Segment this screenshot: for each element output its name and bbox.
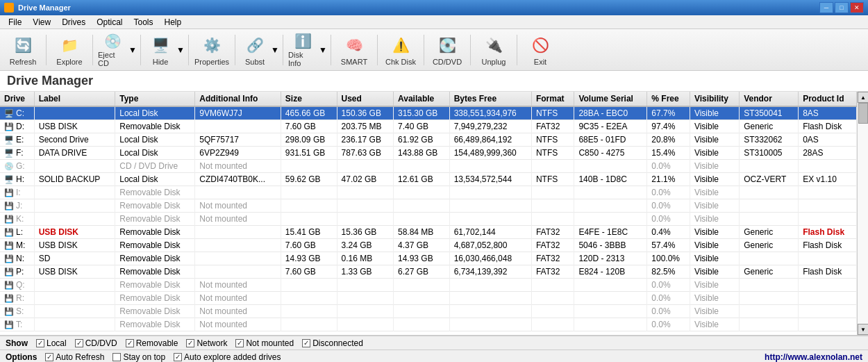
drive-icon: 🖥️ [4, 175, 14, 183]
table-row[interactable]: 💾K:Removable DiskNot mounted0.0%Visible [0, 213, 857, 226]
table-row[interactable]: 🖥️H:SOLID BACKUPLocal DiskCZDI4740TB0K..… [0, 173, 857, 186]
col-header-label[interactable]: Label [34, 92, 115, 106]
table-row[interactable]: 💾L:USB DISKRemovable Disk15.41 GB15.36 G… [0, 226, 857, 239]
unplug-button[interactable]: 🔌Unplug [474, 31, 514, 69]
table-row[interactable]: 🖥️F:DATA DRIVELocal Disk6VP2Z949931.51 G… [0, 147, 857, 160]
col-header-used[interactable]: Used [337, 92, 393, 106]
table-cell: 5046 - 3BBB [574, 239, 647, 252]
checkbox-local[interactable] [36, 339, 44, 347]
menu-item-drives[interactable]: Drives [56, 16, 91, 28]
col-header-additional-info[interactable]: Additional Info [195, 92, 281, 106]
scroll-down-button[interactable]: ▼ [858, 324, 868, 335]
show-item-removable[interactable]: Removable [126, 338, 178, 348]
col-header-size[interactable]: Size [281, 92, 337, 106]
col-header-product-id[interactable]: Product Id [799, 92, 857, 106]
table-cell [799, 279, 857, 292]
show-item-disconnected[interactable]: Disconnected [302, 338, 363, 348]
table-cell: 59.62 GB [281, 173, 337, 186]
menu-item-optical[interactable]: Optical [91, 16, 128, 28]
table-cell [337, 318, 393, 331]
show-item-local[interactable]: Local [36, 338, 67, 348]
col-header-%-free[interactable]: % Free [647, 92, 690, 106]
col-header-volume-serial[interactable]: Volume Serial [574, 92, 647, 106]
scroll-track[interactable] [858, 103, 868, 324]
show-item-cd/dvd[interactable]: CD/DVD [75, 338, 117, 348]
table-cell [449, 305, 531, 318]
col-header-drive[interactable]: Drive [0, 92, 34, 106]
scroll-thumb[interactable] [858, 103, 868, 124]
disk-info-button[interactable]: ℹ️Disk Info [287, 31, 319, 69]
table-cell: 21.1% [647, 173, 690, 186]
subst-button-arrow[interactable]: ▼ [271, 31, 279, 69]
col-header-available[interactable]: Available [394, 92, 450, 106]
table-row[interactable]: 💿G:CD / DVD DriveNot mounted0.0%Visible [0, 160, 857, 173]
checkbox-option-auto-refresh[interactable] [45, 353, 53, 361]
table-row[interactable]: 💾M:USB DISKRemovable Disk7.60 GB3.24 GB4… [0, 239, 857, 252]
table-row[interactable]: 🖥️C:Local Disk9VM6WJ7J465.66 GB150.36 GB… [0, 106, 857, 120]
table-row[interactable]: 💾D:USB DISKRemovable Disk7.60 GB203.75 M… [0, 120, 857, 133]
table-cell: NTFS [531, 173, 574, 186]
table-cell [34, 292, 115, 305]
bottom-section: Show LocalCD/DVDRemovableNetworkNot moun… [0, 335, 868, 362]
table-row[interactable]: 🖥️E:Second DriveLocal Disk5QF75717298.09… [0, 133, 857, 147]
option-item-auto-explore-added-drives[interactable]: Auto explore added drives [174, 352, 281, 362]
properties-button[interactable]: ⚙️Properties [192, 31, 232, 69]
show-item-network[interactable]: Network [186, 338, 227, 348]
menu-item-tools[interactable]: Tools [128, 16, 159, 28]
checkbox-disconnected[interactable] [302, 339, 310, 347]
show-item-not-mounted[interactable]: Not mounted [235, 338, 294, 348]
table-cell: 236.17 GB [337, 133, 393, 147]
cd-dvd-button[interactable]: 💽CD/DVD [427, 31, 467, 69]
website-link[interactable]: http://www.alexnolan.net [765, 352, 862, 362]
scroll-up-button[interactable]: ▲ [858, 92, 868, 103]
hide-button[interactable]: 🖥️Hide [144, 31, 176, 69]
table-row[interactable]: 💾P:USB DISKRemovable Disk7.60 GB1.33 GB6… [0, 265, 857, 279]
hide-button-arrow[interactable]: ▼ [176, 31, 185, 69]
checkbox-not-mounted[interactable] [235, 339, 244, 347]
checkbox-removable[interactable] [126, 339, 134, 347]
refresh-button[interactable]: 🔄Refresh [3, 31, 43, 69]
table-row[interactable]: 💾Q:Removable DiskNot mounted0.0%Visible [0, 279, 857, 292]
option-item-auto-refresh[interactable]: Auto Refresh [45, 352, 104, 362]
checkbox-option-auto-explore-added-drives[interactable] [174, 353, 182, 361]
option-item-stay-on-top[interactable]: Stay on top [112, 352, 165, 362]
menu-item-view[interactable]: View [27, 16, 56, 28]
subst-button[interactable]: 🔗Subst [239, 31, 271, 69]
chk-disk-button[interactable]: ⚠️Chk Disk [381, 31, 421, 69]
smart-button[interactable]: 🧠SMART [334, 31, 374, 69]
checkbox-network[interactable] [186, 339, 194, 347]
menu-item-file[interactable]: File [3, 16, 27, 28]
table-row[interactable]: 💾J:Removable DiskNot mounted0.0%Visible [0, 199, 857, 213]
table-cell: 5QF75717 [195, 133, 281, 147]
menu-item-help[interactable]: Help [159, 16, 187, 28]
table-row[interactable]: 💾T:Removable DiskNot mounted0.0%Visible [0, 318, 857, 331]
drives-table-container[interactable]: DriveLabelTypeAdditional InfoSizeUsedAva… [0, 92, 857, 335]
close-button[interactable]: ✕ [850, 2, 864, 13]
disk-info-button-arrow[interactable]: ▼ [319, 31, 327, 69]
table-row[interactable]: 💾N:SDRemovable Disk14.93 GB0.16 MB14.93 … [0, 252, 857, 265]
table-row[interactable]: 💾R:Removable DiskNot mounted0.0%Visible [0, 292, 857, 305]
toolbar-separator-5 [283, 35, 283, 65]
scrollbar[interactable]: ▲ ▼ [857, 92, 868, 335]
eject-cd-button-arrow[interactable]: ▼ [128, 31, 137, 69]
col-header-type[interactable]: Type [115, 92, 195, 106]
col-header-vendor[interactable]: Vendor [740, 92, 799, 106]
checkbox-cd/dvd[interactable] [75, 339, 83, 347]
table-cell [531, 279, 574, 292]
table-row[interactable]: 💾S:Removable DiskNot mounted0.0%Visible [0, 305, 857, 318]
eject-cd-button[interactable]: 💿Eject CD [97, 31, 128, 69]
maximize-button[interactable]: □ [835, 2, 849, 13]
explore-button[interactable]: 📁Explore [49, 31, 90, 69]
table-row[interactable]: 💾I:Removable Disk0.0%Visible [0, 186, 857, 199]
checkbox-option-stay-on-top[interactable] [112, 353, 121, 361]
table-cell [740, 213, 799, 226]
col-header-bytes-free[interactable]: Bytes Free [449, 92, 531, 106]
drive-icon: 💾 [4, 241, 14, 249]
exit-button[interactable]: 🚫Exit [520, 31, 560, 69]
table-cell: Visible [690, 279, 739, 292]
minimize-button[interactable]: ─ [819, 2, 833, 13]
table-cell [34, 279, 115, 292]
col-header-visibility[interactable]: Visibility [690, 92, 739, 106]
col-header-format[interactable]: Format [531, 92, 574, 106]
app-icon [4, 3, 14, 13]
